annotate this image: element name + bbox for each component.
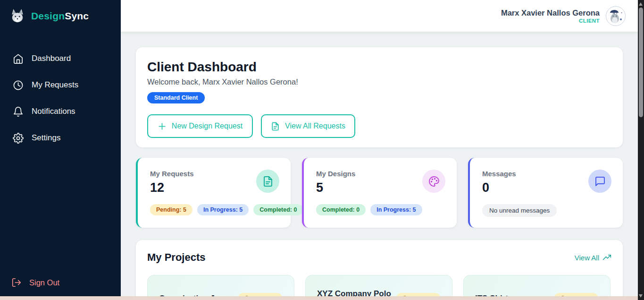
sidebar-nav: Dashboard My Requests Notifications Sett… [0,47,121,153]
stat-icon-circle [256,170,279,193]
sign-out-label: Sign Out [29,278,59,287]
stat-card-my-designs[interactable]: My Designs 5 Completed: 0 In Progress: 5 [302,158,457,228]
top-header: Marx Xavier Nallos Gerona CLIENT [121,0,638,32]
sidebar-item-label: Dashboard [32,54,71,63]
view-all-link[interactable]: View All [575,253,611,262]
projects-title: My Projects [147,251,206,264]
in-progress-badge: In Progress: 5 [197,204,249,215]
palette-icon [428,176,440,187]
sidebar: DesignSync Dashboard My Requests Notific… [0,0,121,296]
file-text-icon [271,122,280,131]
sidebar-item-dashboard[interactable]: Dashboard [0,47,121,70]
avatar[interactable] [606,6,626,26]
horizontal-scrollbar[interactable] [0,296,638,300]
in-progress-badge: In Progress: 5 [370,204,422,215]
stat-badges: Pending: 5 In Progress: 5 Completed: 0 [150,204,303,215]
scroll-up-arrow-icon[interactable] [639,2,643,6]
welcome-card: Client Dashboard Welcome back, Marx Xavi… [136,47,623,147]
projects-header: My Projects View All [147,251,611,264]
brand-logo: DesignSync [0,0,121,24]
gear-icon [13,133,24,144]
chat-bubble-icon [594,176,606,187]
clock-icon [13,80,24,91]
avatar-illustration-icon [606,7,625,26]
sidebar-item-label: Notifications [32,107,75,116]
home-icon [13,53,24,64]
stat-badges: No unread messages [482,204,557,217]
project-name: XYZ Company Polo Shirt [317,289,396,296]
trending-up-icon [602,253,611,262]
sign-out-button[interactable]: Sign Out [0,271,121,294]
user-role-badge: CLIENT [501,18,600,24]
stat-icon-circle [588,170,611,193]
project-card-organization-jersey[interactable]: Organization Jersey Planning [147,275,294,296]
plus-icon [158,122,167,131]
status-badge: Planning [396,293,441,297]
sidebar-item-label: Settings [32,133,60,143]
welcome-actions: New Design Request View All Requests [147,114,611,138]
bell-icon [13,106,24,117]
main-content: Client Dashboard Welcome back, Marx Xavi… [121,32,638,296]
husky-mascot-icon [9,8,25,24]
file-text-icon [262,176,274,187]
pending-badge: Pending: 5 [150,204,192,215]
new-design-request-label: New Design Request [172,122,243,130]
vertical-scrollbar[interactable] [638,0,644,300]
stat-card-my-requests[interactable]: My Requests 12 Pending: 5 In Progress: 5… [136,158,291,228]
stat-icon-circle [422,170,445,193]
project-card-its-shirt[interactable]: ITS Shirt Planning [463,275,611,296]
new-design-request-button[interactable]: New Design Request [147,114,253,138]
view-all-label: View All [575,254,599,262]
my-projects-card: My Projects View All Organization Jersey… [136,240,623,296]
sidebar-item-settings[interactable]: Settings [0,127,121,149]
view-all-requests-button[interactable]: View All Requests [261,114,355,138]
page-title: Client Dashboard [147,60,611,75]
scrollbar-thumb[interactable] [639,8,643,117]
user-meta: Marx Xavier Nallos Gerona CLIENT [501,8,600,24]
app-window: DesignSync Dashboard My Requests Notific… [0,0,644,300]
project-card-xyz-polo-shirt[interactable]: XYZ Company Polo Shirt Planning [305,275,452,296]
completed-badge: Completed: 0 [316,204,366,215]
tier-badge: Standard Client [147,92,205,103]
scroll-down-arrow-icon[interactable] [639,294,643,298]
view-all-requests-label: View All Requests [285,122,345,130]
stat-badges: Completed: 0 In Progress: 5 [316,204,422,215]
stat-card-messages[interactable]: Messages 0 No unread messages [468,158,623,228]
sidebar-item-label: My Requests [32,80,78,90]
completed-badge: Completed: 0 [253,204,303,215]
brand-name: DesignSync [31,10,89,22]
welcome-subtitle: Welcome back, Marx Xavier Nallos Gerona! [147,77,611,86]
logout-icon [11,277,22,288]
status-badge: Planning [554,293,599,297]
user-name: Marx Xavier Nallos Gerona [501,8,600,18]
status-badge: Planning [238,293,283,297]
projects-row: Organization Jersey Planning XYZ Company… [147,275,611,296]
no-unread-badge: No unread messages [482,204,557,217]
sidebar-item-notifications[interactable]: Notifications [0,100,121,123]
sidebar-item-my-requests[interactable]: My Requests [0,74,121,96]
